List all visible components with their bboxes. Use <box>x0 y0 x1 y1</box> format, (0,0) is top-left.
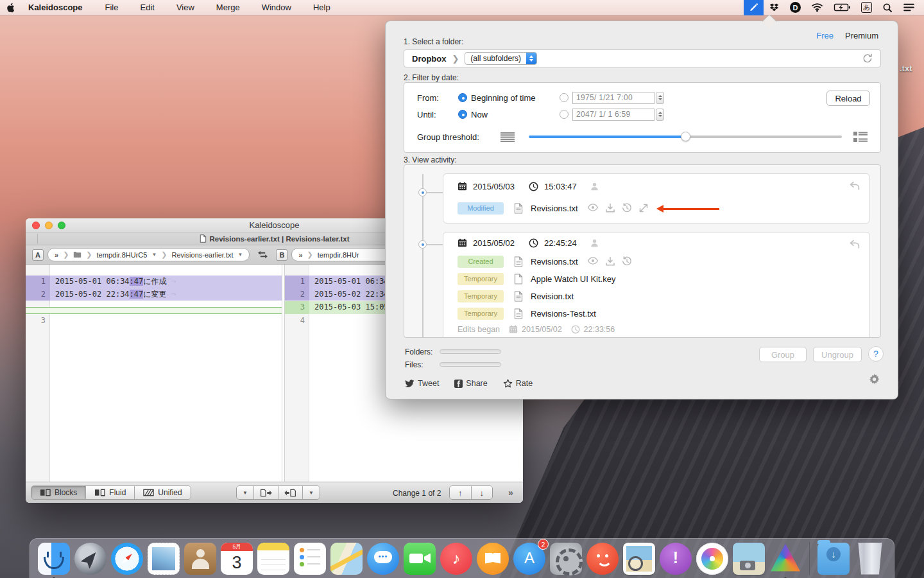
settings-gear-icon[interactable] <box>869 374 880 385</box>
threshold-slider[interactable] <box>529 136 842 138</box>
input-source-menu-extra[interactable]: あ <box>856 0 877 15</box>
toolbar-overflow-button[interactable]: » <box>508 487 512 498</box>
diff-line[interactable]: 1 2015-05-01 06:34:47に作成 ¬ <box>26 276 282 288</box>
reload-button[interactable]: Reload <box>826 91 870 106</box>
dock-system-preferences-icon[interactable] <box>549 541 583 576</box>
next-change-button[interactable]: ↓ <box>471 486 493 499</box>
dropdown-stepper-icon[interactable] <box>526 53 536 64</box>
download-icon[interactable] <box>605 256 615 267</box>
mode-unified-button[interactable]: Unified <box>134 486 190 499</box>
dropbox-menu-extra[interactable] <box>764 0 785 15</box>
help-button[interactable]: ? <box>868 346 884 362</box>
menu-file[interactable]: File <box>94 3 130 12</box>
dock-kaleidoscope-icon[interactable] <box>768 541 803 576</box>
history-icon[interactable] <box>622 256 632 267</box>
mode-fluid-button[interactable]: Fluid <box>85 486 134 499</box>
from-preset-radio[interactable] <box>458 93 467 102</box>
desktop-file-label[interactable]: .txt <box>900 64 912 73</box>
download-icon[interactable] <box>605 203 615 213</box>
menu-merge[interactable]: Merge <box>205 3 251 12</box>
until-date-stepper[interactable] <box>656 109 664 121</box>
rate-button[interactable]: Rate <box>503 379 533 388</box>
group-button[interactable]: Group <box>759 347 807 362</box>
undo-icon[interactable] <box>848 180 860 191</box>
share-button[interactable]: Share <box>454 379 487 388</box>
crumb-folder[interactable]: tempdir.8HUr <box>318 251 359 259</box>
ungroup-button[interactable]: Ungroup <box>813 347 862 362</box>
diff-line[interactable]: 2 2015-05-02 22:34:47に変更 ¬ <box>26 288 282 301</box>
undo-icon[interactable] <box>848 239 860 250</box>
apple-menu[interactable] <box>0 3 22 13</box>
from-date-radio[interactable] <box>560 93 569 102</box>
app-menu-title[interactable]: Kaleidoscope <box>22 3 94 12</box>
dock-mail-icon[interactable] <box>146 541 181 576</box>
mode-blocks-button[interactable]: Blocks <box>31 486 85 499</box>
dock-app-store-icon[interactable]: A 2 <box>512 541 547 576</box>
dock-ibooks-icon[interactable] <box>475 541 510 576</box>
dock-photos-icon[interactable] <box>695 541 730 576</box>
dock-facetime-icon[interactable] <box>402 541 437 576</box>
dock-itunes-icon[interactable]: ♪ <box>439 541 474 576</box>
copy-to-left-button[interactable] <box>278 486 302 499</box>
menu-edit[interactable]: Edit <box>129 3 165 12</box>
from-date-field[interactable]: 1975/ 1/21 7:00 <box>572 92 654 104</box>
refresh-icon[interactable] <box>862 53 873 64</box>
menu-window[interactable]: Window <box>251 3 302 12</box>
from-date-stepper[interactable] <box>656 92 664 104</box>
dock-downloads-folder-icon[interactable] <box>816 541 851 576</box>
preview-icon[interactable] <box>587 256 599 265</box>
dock-messages-icon[interactable] <box>366 541 400 576</box>
copy-to-right-button[interactable] <box>253 486 278 499</box>
diff-pane-a[interactable]: 1 2015-05-01 06:34:47に作成 ¬ 2 2015-05-02 … <box>26 265 282 482</box>
dock-purple-alert-app-icon[interactable]: ! <box>658 541 693 576</box>
dock-red-smiley-app-icon[interactable] <box>585 541 620 576</box>
pane-b-button[interactable]: B <box>276 249 287 261</box>
dock-contacts-icon[interactable] <box>183 541 218 576</box>
spotlight-menu-extra[interactable] <box>877 0 898 15</box>
dock-notes-icon[interactable] <box>256 541 291 576</box>
preview-icon[interactable] <box>587 203 599 212</box>
dock-safari-icon[interactable] <box>110 541 144 576</box>
until-preset-radio[interactable] <box>458 110 467 119</box>
plan-premium-link[interactable]: Premium <box>845 31 878 40</box>
compare-icon[interactable] <box>638 203 649 213</box>
until-preset-label[interactable]: Now <box>471 110 488 119</box>
dock-calendar-icon[interactable]: 5月 3 <box>219 541 254 576</box>
slider-knob[interactable] <box>681 132 690 141</box>
minimize-button[interactable] <box>45 222 53 229</box>
crumb-overflow[interactable]: » <box>55 251 58 259</box>
previous-change-button[interactable]: ↑ <box>450 486 471 499</box>
pane-a-button[interactable]: A <box>32 249 44 261</box>
zoom-button[interactable] <box>58 222 65 229</box>
wifi-menu-extra[interactable] <box>806 0 828 15</box>
diff-line[interactable]: 3 <box>26 315 282 328</box>
until-date-radio[interactable] <box>560 110 569 119</box>
menu-help[interactable]: Help <box>302 3 341 12</box>
d-circle-menu-extra[interactable]: D <box>785 0 806 15</box>
dock-preview-icon[interactable] <box>622 541 656 576</box>
merge-options-right-dropdown[interactable]: ▼ <box>302 486 320 499</box>
tab-revisions-diff[interactable]: Revisions-earlier.txt | Revisions-later.… <box>200 234 350 243</box>
history-icon[interactable] <box>622 203 632 213</box>
close-button[interactable] <box>32 222 40 229</box>
plan-free-link[interactable]: Free <box>816 31 834 40</box>
dock-launchpad-icon[interactable] <box>73 541 108 576</box>
crumb-folder[interactable]: tempdir.8HUrC5 <box>97 251 148 259</box>
dock-trash-icon[interactable] <box>853 541 887 576</box>
dock-iphoto-icon[interactable] <box>732 541 766 576</box>
dock-maps-icon[interactable] <box>329 541 364 576</box>
dock-finder-icon[interactable] <box>37 541 71 576</box>
menu-view[interactable]: View <box>166 3 205 12</box>
crumb-overflow[interactable]: » <box>298 251 302 259</box>
battery-menu-extra[interactable] <box>828 0 856 15</box>
swap-panes-icon[interactable] <box>257 250 268 259</box>
until-date-field[interactable]: 2047/ 1/ 1 6:59 <box>572 109 654 121</box>
revisions-menu-extra[interactable] <box>744 0 764 15</box>
subfolder-dropdown[interactable]: (all subfolders) <box>465 52 537 65</box>
breadcrumb-a[interactable]: » ❯ ❯ tempdir.8HUrC5▼ ❯ Revisions-earlie… <box>47 248 250 261</box>
merge-options-left-dropdown[interactable]: ▼ <box>237 486 253 499</box>
crumb-file[interactable]: Revisions-earlier.txt <box>172 251 234 259</box>
notification-center-menu-extra[interactable] <box>898 0 924 15</box>
from-preset-label[interactable]: Beginning of time <box>471 93 535 103</box>
dock-reminders-icon[interactable] <box>293 541 327 576</box>
